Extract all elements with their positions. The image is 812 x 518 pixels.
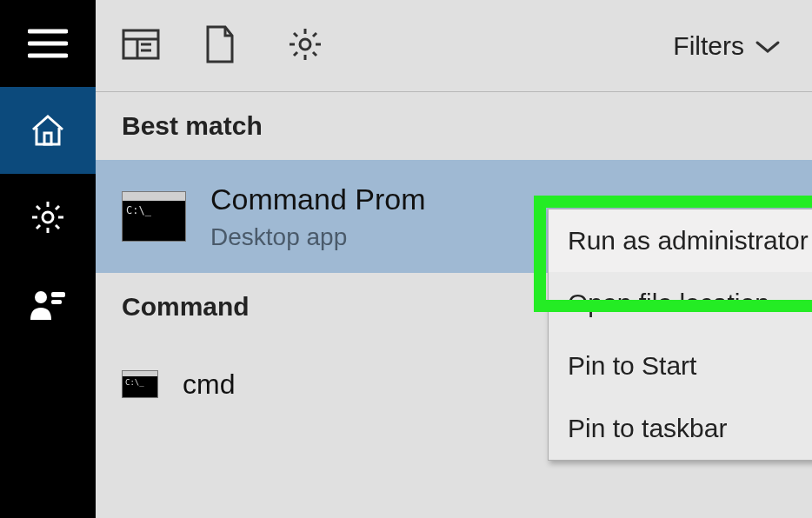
svg-line-9 bbox=[37, 206, 40, 209]
home-icon bbox=[30, 112, 66, 149]
best-match-title: Command Prom bbox=[210, 182, 426, 217]
apps-icon bbox=[122, 27, 160, 65]
context-open-file-loc[interactable]: Open file location bbox=[549, 272, 812, 335]
svg-line-27 bbox=[313, 52, 316, 56]
sidebar bbox=[0, 0, 96, 518]
settings-filter-button[interactable] bbox=[287, 26, 369, 66]
home-button[interactable] bbox=[0, 87, 96, 174]
apps-filter-button[interactable] bbox=[122, 27, 204, 65]
best-match-subtitle: Desktop app bbox=[210, 222, 426, 252]
svg-rect-14 bbox=[51, 292, 65, 297]
cmd-thumbnail-icon: C:\_ bbox=[122, 191, 186, 242]
best-match-header: Best match bbox=[96, 92, 812, 160]
svg-point-13 bbox=[35, 291, 47, 303]
context-run-as-admin[interactable]: Run as administrator bbox=[549, 209, 812, 272]
toolbar: Filters bbox=[96, 0, 812, 92]
documents-filter-button[interactable] bbox=[204, 25, 287, 67]
filters-label: Filters bbox=[673, 31, 744, 61]
svg-line-11 bbox=[37, 225, 40, 229]
people-button[interactable] bbox=[0, 261, 96, 348]
gear-icon bbox=[30, 199, 66, 236]
svg-line-10 bbox=[56, 225, 59, 229]
context-pin-to-start[interactable]: Pin to Start bbox=[549, 335, 812, 397]
document-icon bbox=[204, 25, 236, 67]
gear-icon bbox=[287, 26, 323, 66]
main-panel: Filters Best match C:\_ Command Prom Des… bbox=[96, 0, 812, 518]
settings-button[interactable] bbox=[0, 174, 96, 261]
svg-rect-15 bbox=[51, 300, 62, 304]
context-pin-to-taskbar[interactable]: Pin to taskbar bbox=[549, 397, 812, 460]
svg-line-29 bbox=[313, 33, 316, 37]
menu-button[interactable] bbox=[0, 0, 96, 87]
filters-dropdown[interactable]: Filters bbox=[673, 31, 786, 61]
hamburger-icon bbox=[28, 29, 68, 58]
start-menu-search: Filters Best match C:\_ Command Prom Des… bbox=[0, 0, 812, 518]
svg-point-21 bbox=[300, 39, 310, 50]
chevron-down-icon bbox=[755, 31, 781, 61]
context-menu: Run as administrator Open file location … bbox=[548, 209, 812, 461]
cmd-thumbnail-icon: C:\_ bbox=[122, 370, 158, 398]
svg-line-26 bbox=[294, 33, 297, 37]
svg-point-4 bbox=[43, 212, 53, 222]
svg-rect-3 bbox=[44, 133, 51, 144]
command-result-title: cmd bbox=[183, 368, 235, 401]
svg-line-28 bbox=[294, 52, 297, 56]
people-icon bbox=[29, 287, 67, 322]
svg-line-12 bbox=[56, 206, 59, 209]
